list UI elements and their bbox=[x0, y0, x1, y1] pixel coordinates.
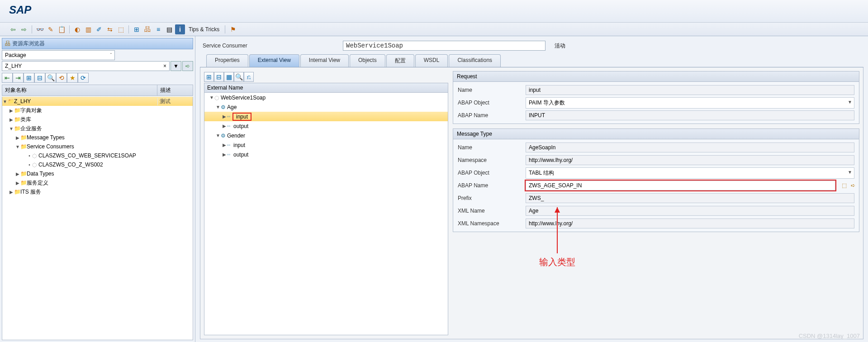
clear-icon[interactable]: × bbox=[163, 63, 166, 69]
param-out-icon: ▫▫ bbox=[227, 124, 233, 128]
mt-name-label: Name bbox=[453, 144, 526, 151]
tree1-icon[interactable]: ⇆ bbox=[105, 24, 115, 34]
hierarchy-icon[interactable]: ▥ bbox=[83, 24, 93, 34]
tree-node-msgtypes[interactable]: ▶📁Message Types bbox=[2, 133, 193, 142]
tree-node-sc1[interactable]: •◌CLASZWS_CO_WEB_SERVICE1SOAP bbox=[2, 151, 193, 160]
main-content: Service Consumer WebService1Soap 活动 Prop… bbox=[195, 36, 868, 342]
title-bar: SAP bbox=[0, 0, 868, 23]
ext-node-age[interactable]: ▼⚙Age bbox=[204, 102, 448, 112]
find-icon[interactable]: 🔍 bbox=[45, 73, 56, 83]
find2-icon[interactable]: 🔍 bbox=[234, 72, 244, 82]
ext-node-gender[interactable]: ▼⚙Gender bbox=[204, 131, 448, 140]
tree-header: 对象名称 描述 bbox=[2, 85, 193, 96]
go-button[interactable]: ➪ bbox=[182, 61, 193, 71]
col-description[interactable]: 描述 bbox=[157, 85, 193, 95]
nav-back-icon[interactable]: ⇤ bbox=[2, 73, 13, 83]
sync-icon[interactable]: ⟳ bbox=[78, 73, 89, 83]
req-abapobj-label: ABAP Object bbox=[453, 100, 526, 106]
mt-name-value: AgeSoapIn bbox=[526, 142, 854, 152]
navigate-icon[interactable]: ⬚ bbox=[840, 181, 848, 190]
request-title: Request bbox=[453, 71, 859, 82]
tree-node-its[interactable]: ▶📁ITS 服务 bbox=[2, 187, 193, 196]
tree-node-lib[interactable]: ▶📁类库 bbox=[2, 115, 193, 124]
external-tree[interactable]: ▼◌WebService1Soap ▼⚙Age ▶▫▫input ▶▫▫outp… bbox=[204, 93, 448, 335]
ext-node-gender-input[interactable]: ▶▫▫input bbox=[204, 140, 448, 150]
tree2-icon[interactable]: ⬚ bbox=[116, 24, 126, 34]
pie-icon[interactable]: ◐ bbox=[72, 24, 82, 34]
tab-objects[interactable]: Objects bbox=[350, 54, 385, 67]
glasses-icon[interactable]: 👓 bbox=[35, 24, 45, 34]
ext-node-gender-output[interactable]: ▶▫▫output bbox=[204, 150, 448, 159]
dropdown-button[interactable]: ▼ bbox=[171, 61, 181, 71]
copy-icon[interactable]: 📋 bbox=[57, 24, 66, 34]
tree-node-svcdef[interactable]: ▶📁服务定义 bbox=[2, 178, 193, 187]
back-icon[interactable]: ⇦ bbox=[8, 24, 18, 34]
expand-all-icon[interactable]: ⊞ bbox=[204, 72, 214, 82]
tree-node-enterprise[interactable]: ▼📁企业服务 bbox=[2, 124, 193, 133]
param-out-icon: ▫▫ bbox=[227, 152, 233, 157]
forward-icon[interactable]: ⇨ bbox=[19, 24, 29, 34]
tree-node-datatypes[interactable]: ▶📁Data Types bbox=[2, 169, 193, 178]
external-toolbar: ⊞ ⊟ ▦ 🔍 ⎌ bbox=[204, 71, 448, 83]
col-settings-icon[interactable]: ▦ bbox=[224, 72, 234, 82]
tab-wsdl[interactable]: WSDL bbox=[415, 54, 448, 67]
flag-icon[interactable]: ⚑ bbox=[228, 24, 238, 34]
doc-icon[interactable]: ▤ bbox=[164, 24, 174, 34]
list1-icon[interactable]: ⊞ bbox=[132, 24, 142, 34]
external-view-content: ⊞ ⊟ ▦ 🔍 ⎌ External Name ▼◌WebService1Soa… bbox=[200, 67, 863, 339]
forward-nav-icon[interactable]: ➪ bbox=[849, 181, 857, 190]
req-name-label: Name bbox=[453, 87, 526, 93]
list2-icon[interactable]: 品 bbox=[142, 24, 152, 34]
mt-prefix-value: ZWS_ bbox=[526, 193, 854, 203]
chevron-down-icon: ▼ bbox=[848, 100, 852, 104]
wand-icon[interactable]: ✎ bbox=[46, 24, 56, 34]
refresh-tree-icon[interactable]: ⟲ bbox=[56, 73, 67, 83]
favorite-icon[interactable]: ★ bbox=[67, 73, 78, 83]
list3-icon[interactable]: ≡ bbox=[153, 24, 163, 34]
mt-ns-label: Namespace bbox=[453, 157, 526, 163]
info-icon[interactable]: i bbox=[175, 24, 185, 34]
tab-internal-view[interactable]: Internal View bbox=[300, 54, 349, 67]
tab-properties[interactable]: Properties bbox=[206, 54, 248, 67]
ext-node-output[interactable]: ▶▫▫output bbox=[204, 121, 448, 131]
collapse-icon[interactable]: ⊟ bbox=[34, 73, 45, 83]
brush-icon[interactable]: ✐ bbox=[94, 24, 104, 34]
mt-xmlns-label: XML Namespace bbox=[453, 220, 526, 227]
tree-node-root[interactable]: ▼📁 Z_LHY 测试 bbox=[2, 97, 193, 106]
chevron-down-icon: ˇ bbox=[110, 53, 112, 58]
ext-node-root[interactable]: ▼◌WebService1Soap bbox=[204, 93, 448, 102]
external-name-header: External Name bbox=[204, 83, 448, 93]
ext-node-input[interactable]: ▶▫▫input bbox=[204, 112, 448, 121]
package-name-input[interactable]: Z_LHY × bbox=[2, 61, 170, 71]
req-abapname-label: ABAP Name bbox=[453, 112, 526, 119]
mt-ns-value: http://www.lhy.org/ bbox=[526, 155, 854, 165]
package-type-dropdown[interactable]: Packageˇ bbox=[2, 50, 115, 60]
col-object-name[interactable]: 对象名称 bbox=[2, 85, 157, 95]
status-label: 活动 bbox=[550, 42, 570, 50]
mt-abapname-input[interactable]: ZWS_AGE_SOAP_IN bbox=[526, 180, 835, 190]
tips-link[interactable]: Tips & Tricks bbox=[186, 26, 222, 33]
browser-title: 品 资源库浏览器 bbox=[2, 38, 193, 49]
tree-node-service-consumers[interactable]: ▼📁Service Consumers bbox=[2, 142, 193, 151]
msgtype-title: Message Type bbox=[453, 129, 859, 139]
nav-fwd-icon[interactable]: ⇥ bbox=[13, 73, 24, 83]
tab-config[interactable]: 配置 bbox=[386, 54, 414, 67]
req-abapname-value: INPUT bbox=[526, 110, 854, 120]
tab-external-view[interactable]: External View bbox=[249, 54, 299, 67]
tree-node-dict[interactable]: ▶📁字典对象 bbox=[2, 106, 193, 115]
mt-abapname-label: ABAP Name bbox=[453, 182, 526, 189]
tab-classifications[interactable]: Classifications bbox=[449, 54, 501, 67]
req-abapobj-dropdown[interactable]: PAIM 导入参数▼ bbox=[526, 97, 854, 109]
filter-icon[interactable]: ⎌ bbox=[244, 72, 254, 82]
detail-panels: Request Nameinput ABAP ObjectPAIM 导入参数▼ … bbox=[453, 71, 859, 335]
mt-abapobj-dropdown[interactable]: TABL 结构▼ bbox=[526, 167, 854, 179]
tree-toolbar: ⇤ ⇥ ⊞ ⊟ 🔍 ⟲ ★ ⟳ bbox=[2, 72, 193, 84]
expand-icon[interactable]: ⊞ bbox=[24, 73, 34, 83]
external-tree-panel: ⊞ ⊟ ▦ 🔍 ⎌ External Name ▼◌WebService1Soa… bbox=[204, 71, 448, 335]
object-tree[interactable]: ▼📁 Z_LHY 测试 ▶📁字典对象 ▶📁类库 ▼📁企业服务 ▶📁Message… bbox=[2, 97, 193, 340]
chevron-down-icon: ▼ bbox=[848, 170, 852, 175]
tree-node-sc2[interactable]: •◌CLASZWS_CO_Z_WS002 bbox=[2, 160, 193, 169]
collapse-all-icon[interactable]: ⊟ bbox=[214, 72, 224, 82]
mt-xmlname-label: XML Name bbox=[453, 208, 526, 214]
request-panel: Request Nameinput ABAP ObjectPAIM 导入参数▼ … bbox=[453, 71, 859, 124]
